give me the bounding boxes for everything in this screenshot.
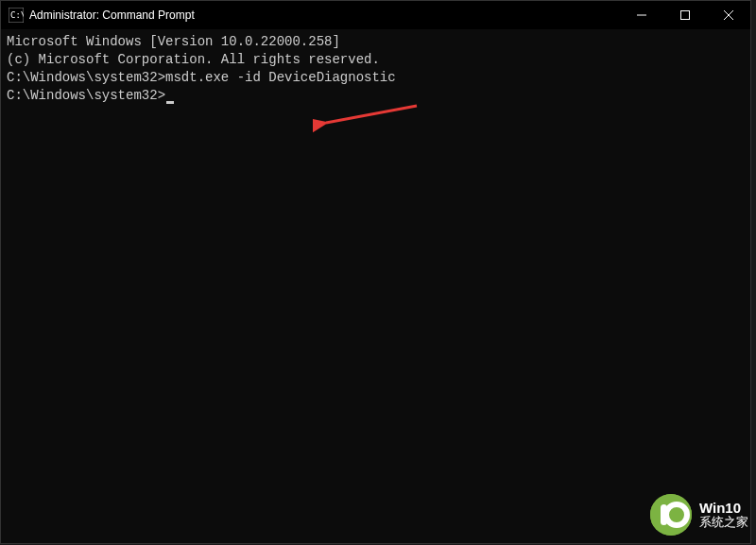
- arrow-annotation: [313, 100, 426, 144]
- titlebar[interactable]: C:\ Administrator: Command Prompt: [1, 1, 750, 29]
- svg-text:C:\: C:\: [10, 10, 24, 20]
- terminal-cursor: [166, 101, 174, 104]
- command-prompt-window: C:\ Administrator: Command Prompt Micros…: [0, 0, 751, 544]
- watermark-logo-icon: [650, 494, 692, 536]
- watermark: Win10 系统之家: [650, 494, 748, 536]
- terminal-prompt: C:\Windows\system32>: [7, 88, 165, 103]
- terminal-prompt-line: C:\Windows\system32>: [7, 87, 745, 105]
- svg-rect-3: [681, 11, 690, 20]
- watermark-brand-top: Win10: [699, 501, 748, 517]
- terminal-content[interactable]: Microsoft Windows [Version 10.0.22000.25…: [1, 29, 750, 109]
- cmd-icon: C:\: [9, 8, 24, 23]
- titlebar-left: C:\ Administrator: Command Prompt: [9, 8, 195, 23]
- terminal-command-line: C:\Windows\system32>msdt.exe -id DeviceD…: [7, 69, 745, 87]
- maximize-button[interactable]: [663, 1, 707, 29]
- terminal-output-line: (c) Microsoft Corporation. All rights re…: [7, 51, 745, 69]
- terminal-prompt: C:\Windows\system32>: [7, 70, 165, 85]
- window-controls: [620, 1, 750, 29]
- watermark-text: Win10 系统之家: [699, 501, 748, 530]
- close-button[interactable]: [707, 1, 750, 29]
- window-title: Administrator: Command Prompt: [29, 9, 195, 22]
- svg-line-7: [326, 106, 417, 123]
- watermark-brand-bottom: 系统之家: [699, 516, 748, 529]
- minimize-button[interactable]: [620, 1, 663, 29]
- terminal-output-line: Microsoft Windows [Version 10.0.22000.25…: [7, 33, 745, 51]
- terminal-command: msdt.exe -id DeviceDiagnostic: [165, 70, 396, 85]
